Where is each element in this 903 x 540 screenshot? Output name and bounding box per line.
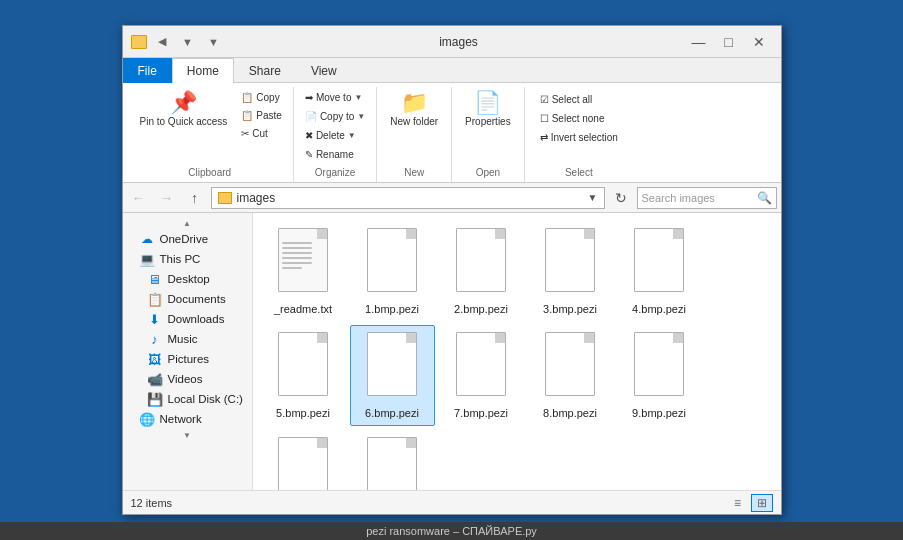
sidebar-scroll-up[interactable]: ▲	[123, 217, 252, 229]
sidebar-item-local-disk[interactable]: 💾 Local Disk (C:)	[123, 389, 252, 409]
file-icon-paper	[545, 228, 595, 292]
file-item[interactable]: 3.bmp.pezi	[528, 221, 613, 321]
sidebar-label-this-pc: This PC	[160, 253, 201, 265]
pin-to-quick-access-button[interactable]: 📌 Pin to Quick access	[133, 89, 235, 131]
pictures-icon: 🖼	[147, 352, 163, 366]
address-bar[interactable]: images ▼	[211, 187, 605, 209]
videos-icon: 📹	[147, 372, 163, 386]
file-icon-paper	[634, 332, 684, 396]
refresh-button[interactable]: ↻	[609, 186, 633, 210]
file-text-line	[282, 262, 312, 264]
file-item[interactable]: 2.bmp.pezi	[439, 221, 524, 321]
cut-button[interactable]: ✂ Cut	[236, 125, 287, 142]
search-box[interactable]: Search images 🔍	[637, 187, 777, 209]
select-label: Select	[565, 163, 593, 178]
file-icon-container	[273, 437, 333, 490]
select-all-button[interactable]: ☑ Select all	[535, 91, 623, 108]
sidebar-item-onedrive[interactable]: ☁ OneDrive	[123, 229, 252, 249]
delete-button[interactable]: ✖ Delete ▼	[300, 127, 370, 144]
paste-button[interactable]: 📋 Paste	[236, 107, 287, 124]
file-icon-container	[273, 332, 333, 402]
file-icon-container	[451, 228, 511, 298]
file-item[interactable]: 4.bmp.pezi	[617, 221, 702, 321]
sidebar-item-pictures[interactable]: 🖼 Pictures	[123, 349, 252, 369]
file-name: _readme.txt	[274, 302, 332, 316]
tab-share[interactable]: Share	[234, 58, 296, 83]
customize-qa-btn[interactable]: ▼	[203, 31, 225, 53]
file-icon-container	[629, 228, 689, 298]
list-view-button[interactable]: ≡	[727, 494, 749, 512]
file-item[interactable]: 11.bmp.pezi	[350, 430, 435, 490]
ribbon-content: 📌 Pin to Quick access 📋 Copy 📋 Paste	[123, 83, 781, 183]
new-folder-icon: 📁	[401, 92, 428, 114]
rename-icon: ✎	[305, 149, 313, 160]
close-button[interactable]: ✕	[745, 31, 773, 53]
forward-button[interactable]: →	[155, 186, 179, 210]
properties-button[interactable]: 📄 Properties	[458, 89, 518, 131]
rename-button[interactable]: ✎ Rename	[300, 146, 370, 163]
copy-to-button[interactable]: 📄 Copy to ▼	[300, 108, 370, 125]
invert-icon: ⇄	[540, 132, 548, 143]
file-icon-paper	[456, 228, 506, 292]
sidebar-label-downloads: Downloads	[168, 313, 225, 325]
file-icon-paper	[634, 228, 684, 292]
forward-qa-btn[interactable]: ▼	[177, 31, 199, 53]
view-controls: ≡ ⊞	[727, 494, 773, 512]
folder-icon	[131, 35, 147, 49]
open-label: Open	[476, 163, 500, 178]
file-icon-paper	[278, 437, 328, 490]
file-item[interactable]: 9.bmp.pezi	[617, 325, 702, 425]
file-item[interactable]: 6.bmp.pezi	[350, 325, 435, 425]
file-text-line	[282, 267, 302, 269]
sidebar-label-network: Network	[160, 413, 202, 425]
address-folder-icon	[218, 192, 232, 204]
new-label: New	[404, 163, 424, 178]
sidebar-item-desktop[interactable]: 🖥 Desktop	[123, 269, 252, 289]
sidebar-item-documents[interactable]: 📋 Documents	[123, 289, 252, 309]
move-to-button[interactable]: ➡ Move to ▼	[300, 89, 370, 106]
file-item[interactable]: 8.bmp.pezi	[528, 325, 613, 425]
ribbon-tabs: File Home Share View	[123, 58, 781, 83]
ribbon-group-select: ☑ Select all ☐ Select none ⇄ Invert sele…	[525, 87, 633, 182]
new-folder-button[interactable]: 📁 New folder	[383, 89, 445, 131]
back-qa-btn[interactable]: ◀	[151, 31, 173, 53]
file-item[interactable]: 10.bmp.pezi	[261, 430, 346, 490]
file-icon-container	[362, 332, 422, 402]
sidebar-item-videos[interactable]: 📹 Videos	[123, 369, 252, 389]
copy-to-icon: 📄	[305, 111, 317, 122]
clipboard-label: Clipboard	[188, 163, 231, 178]
file-item[interactable]: 7.bmp.pezi	[439, 325, 524, 425]
sidebar-item-music[interactable]: ♪ Music	[123, 329, 252, 349]
file-name: 2.bmp.pezi	[454, 302, 508, 316]
file-name: 5.bmp.pezi	[276, 406, 330, 420]
file-icon-paper	[545, 332, 595, 396]
file-item[interactable]: _readme.txt	[261, 221, 346, 321]
tab-file[interactable]: File	[123, 58, 172, 83]
invert-selection-button[interactable]: ⇄ Invert selection	[535, 129, 623, 146]
file-name: 7.bmp.pezi	[454, 406, 508, 420]
sidebar-item-network[interactable]: 🌐 Network	[123, 409, 252, 429]
sidebar-label-pictures: Pictures	[168, 353, 210, 365]
clipboard-items: 📌 Pin to Quick access 📋 Copy 📋 Paste	[133, 89, 287, 163]
file-item[interactable]: 5.bmp.pezi	[261, 325, 346, 425]
bottom-bar: pezi ransomware – СПАЙВАРЕ.ру	[0, 522, 903, 540]
ribbon-group-open: 📄 Properties Open	[452, 87, 525, 182]
sidebar-label-music: Music	[168, 333, 198, 345]
select-none-button[interactable]: ☐ Select none	[535, 110, 623, 127]
sidebar-item-this-pc[interactable]: 💻 This PC	[123, 249, 252, 269]
back-button[interactable]: ←	[127, 186, 151, 210]
minimize-button[interactable]: —	[685, 31, 713, 53]
desktop-icon: 🖥	[147, 272, 163, 286]
sidebar-scroll-down[interactable]: ▼	[123, 429, 252, 441]
tab-home[interactable]: Home	[172, 58, 234, 83]
copy-button[interactable]: 📋 Copy	[236, 89, 287, 106]
copy-icon: 📋	[241, 92, 253, 103]
file-item[interactable]: 1.bmp.pezi	[350, 221, 435, 321]
file-icon-paper	[456, 332, 506, 396]
maximize-button[interactable]: □	[715, 31, 743, 53]
sidebar-item-downloads[interactable]: ⬇ Downloads	[123, 309, 252, 329]
grid-view-button[interactable]: ⊞	[751, 494, 773, 512]
window-title: images	[233, 35, 685, 49]
up-button[interactable]: ↑	[183, 186, 207, 210]
tab-view[interactable]: View	[296, 58, 352, 83]
